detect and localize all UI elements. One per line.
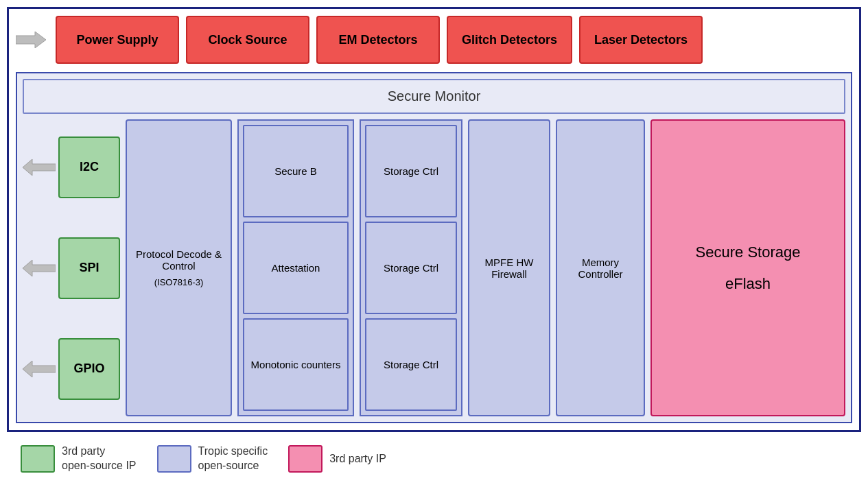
laser-detectors-label: Laser Detectors	[594, 33, 688, 47]
storage-ctrl-1-label: Storage Ctrl	[384, 165, 438, 177]
secure-storage-label: Secure Storage	[696, 244, 801, 261]
em-detectors-label: EM Detectors	[338, 33, 417, 47]
top-row: Power Supply Clock Source EM Detectors G…	[16, 16, 852, 64]
power-supply-label: Power Supply	[76, 33, 158, 47]
storage-ctrl-2-label: Storage Ctrl	[384, 262, 438, 274]
mpfe-label: MPFE HW Firewall	[475, 257, 543, 280]
storage-ctrl-1-block: Storage Ctrl	[365, 125, 457, 217]
legend-text-blue: Tropic specificopen-source	[198, 444, 268, 473]
legend-text-green: 3rd partyopen-source IP	[62, 444, 137, 473]
glitch-detectors-block: Glitch Detectors	[447, 16, 572, 64]
protocol-sublabel: (ISO7816-3)	[134, 277, 224, 287]
main-container: Power Supply Clock Source EM Detectors G…	[0, 0, 868, 487]
clock-source-label: Clock Source	[208, 33, 287, 47]
gpio-row: GPIO	[23, 338, 120, 400]
svg-marker-0	[16, 32, 46, 48]
secure-storage-block: Secure Storage eFlash	[650, 119, 845, 416]
secure-b-label: Secure B	[274, 165, 317, 177]
legend-item-green: 3rd partyopen-source IP	[21, 444, 137, 473]
legend-box-pink	[288, 445, 322, 473]
secure-monitor-label: Secure Monitor	[388, 88, 481, 104]
gpio-label: GPIO	[73, 361, 104, 376]
mpfe-block: MPFE HW Firewall	[468, 119, 550, 416]
storage-ctrl-2-block: Storage Ctrl	[365, 222, 457, 314]
power-supply-block: Power Supply	[56, 16, 179, 64]
laser-detectors-block: Laser Detectors	[579, 16, 703, 64]
spi-label: SPI	[79, 261, 99, 275]
legend-item-pink: 3rd party IP	[288, 445, 386, 473]
legend-box-green	[21, 445, 55, 473]
monotonic-counters-label: Monotonic counters	[251, 359, 341, 370]
glitch-detectors-label: Glitch Detectors	[462, 33, 557, 47]
svg-marker-3	[23, 361, 56, 377]
protocol-decode-text: Protocol Decode & Control (ISO7816-3)	[134, 248, 224, 287]
legend-text-pink: 3rd party IP	[329, 452, 386, 466]
io-column: I2C SPI	[23, 119, 120, 416]
svg-marker-1	[23, 159, 56, 176]
secure-b-block: Secure B	[243, 125, 349, 217]
legend-item-blue: Tropic specificopen-source	[157, 444, 268, 473]
i2c-block: I2C	[58, 136, 120, 198]
spi-block: SPI	[58, 237, 120, 299]
middle-outer-block: Secure B Attestation Monotonic counters	[237, 119, 354, 416]
svg-marker-2	[23, 260, 56, 276]
protocol-decode-block: Protocol Decode & Control (ISO7816-3)	[126, 119, 232, 416]
outer-border: Power Supply Clock Source EM Detectors G…	[7, 7, 861, 432]
attestation-block: Attestation	[243, 222, 349, 314]
spi-row: SPI	[23, 237, 120, 299]
legend: 3rd partyopen-source IP Tropic specifico…	[7, 438, 861, 480]
gpio-block: GPIO	[58, 338, 120, 400]
inner-area: Secure Monitor I2C	[16, 72, 852, 423]
clock-source-block: Clock Source	[186, 16, 309, 64]
i2c-row: I2C	[23, 136, 120, 198]
protocol-label: Protocol Decode & Control	[134, 248, 224, 272]
main-blocks: I2C SPI	[23, 119, 845, 416]
memory-controller-block: Memory Controller	[556, 119, 645, 416]
secure-monitor-block: Secure Monitor	[23, 79, 845, 114]
memory-controller-label: Memory Controller	[563, 257, 638, 280]
i2c-label: I2C	[80, 160, 99, 174]
legend-box-blue	[157, 445, 191, 473]
attestation-label: Attestation	[272, 262, 320, 274]
storage-ctrl-3-label: Storage Ctrl	[384, 359, 438, 370]
storage-outer-block: Storage Ctrl Storage Ctrl Storage Ctrl	[360, 119, 462, 416]
monotonic-counters-block: Monotonic counters	[243, 318, 349, 411]
em-detectors-block: EM Detectors	[316, 16, 440, 64]
input-arrow	[16, 32, 46, 48]
gpio-arrow-icon	[23, 361, 56, 377]
secure-storage-sublabel: eFlash	[725, 275, 771, 293]
storage-ctrl-3-block: Storage Ctrl	[365, 318, 457, 411]
spi-arrow-icon	[23, 260, 56, 276]
i2c-arrow-icon	[23, 159, 56, 176]
